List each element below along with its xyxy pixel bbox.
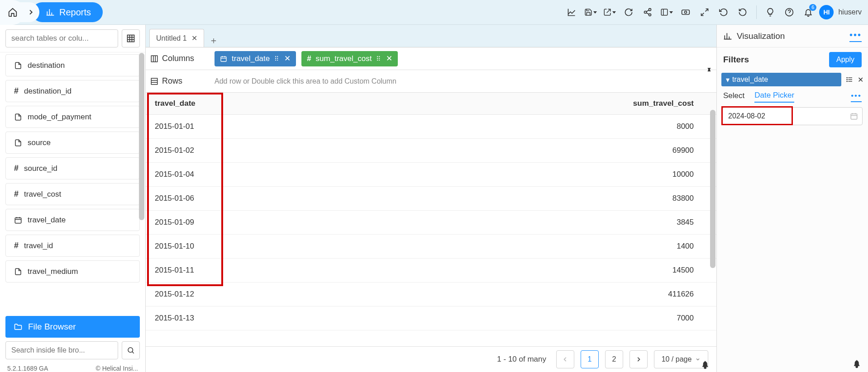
cell-value: 83800 — [374, 187, 716, 211]
column-pill-sum-travel-cost[interactable]: # sum_travel_cost ⠿ ✕ — [301, 51, 398, 66]
rows-shelf[interactable]: Rows Add row or Double click this area t… — [146, 70, 716, 93]
field-item[interactable]: mode_of_payment — [5, 106, 140, 128]
columns-icon — [150, 55, 158, 63]
svg-rect-13 — [128, 35, 134, 42]
cell-value: 7000 — [374, 306, 716, 330]
chevron-right-icon — [635, 356, 642, 363]
hint-button[interactable] — [762, 4, 778, 20]
field-label: travel_id — [24, 241, 53, 250]
filter-tab-date-picker[interactable]: Date Picker — [754, 91, 794, 103]
list-icon[interactable] — [846, 76, 853, 83]
field-item[interactable]: destination — [5, 54, 140, 76]
table-row[interactable]: 2015-01-137000 — [146, 306, 716, 330]
add-tab-button[interactable]: ＋ — [207, 33, 220, 47]
table-row[interactable]: 2015-01-018000 — [146, 115, 716, 139]
file-search-button[interactable] — [122, 341, 140, 359]
field-item[interactable]: travel_date — [5, 209, 140, 231]
table-scrollbar[interactable] — [710, 110, 715, 345]
field-label: source — [28, 138, 51, 147]
hash-icon: # — [14, 86, 19, 96]
table-row[interactable]: 2015-01-101400 — [146, 235, 716, 259]
drag-handle-icon[interactable]: ⠿ — [376, 55, 380, 62]
field-item[interactable]: #travel_cost — [5, 183, 140, 205]
close-icon[interactable]: ✕ — [858, 75, 863, 84]
refresh-icon — [624, 8, 633, 17]
svg-point-22 — [128, 348, 133, 353]
search-input[interactable] — [5, 29, 118, 47]
left-scrollbar[interactable] — [139, 53, 144, 345]
table-row[interactable]: 2015-01-0683800 — [146, 187, 716, 211]
preview-button[interactable] — [677, 4, 694, 20]
chart-button[interactable] — [563, 4, 580, 20]
table-toggle-button[interactable] — [122, 29, 140, 47]
fullscreen-button[interactable] — [696, 4, 713, 20]
col-header-travel-date[interactable]: travel_date — [146, 93, 374, 115]
table-row[interactable]: 2015-01-0269900 — [146, 139, 716, 163]
cell-value: 10000 — [374, 163, 716, 187]
fields-panel: destination#destination_idmode_of_paymen… — [0, 25, 146, 372]
close-icon[interactable]: ✕ — [191, 34, 197, 42]
drag-handle-icon[interactable]: ⠿ — [274, 55, 278, 62]
filter-tabs-more[interactable]: ••• — [851, 91, 862, 102]
notif-badge: 6 — [809, 4, 816, 11]
page-2-button[interactable]: 2 — [605, 350, 623, 368]
svg-line-23 — [132, 352, 134, 353]
cell-date: 2015-01-10 — [146, 235, 374, 259]
cell-value: 8000 — [374, 115, 716, 139]
help-icon — [785, 8, 794, 17]
table-row[interactable]: 2015-01-1114500 — [146, 259, 716, 283]
page-1-button[interactable]: 1 — [581, 350, 599, 368]
next-page-button[interactable] — [630, 350, 648, 368]
field-item[interactable]: travel_medium — [5, 260, 140, 283]
home-button[interactable] — [0, 0, 25, 25]
chevron-up-icon[interactable]: ▲ — [706, 66, 712, 73]
calendar-icon[interactable] — [850, 112, 858, 120]
prev-page-button[interactable] — [556, 350, 574, 368]
cell-date: 2015-01-06 — [146, 187, 374, 211]
file-browser-button[interactable]: File Browser — [5, 316, 140, 338]
field-label: mode_of_payment — [28, 113, 91, 122]
assistant-icon[interactable] — [701, 360, 711, 370]
filters-label: Filters — [723, 55, 749, 65]
reload-button[interactable] — [734, 4, 751, 20]
viz-more-button[interactable]: ••• — [849, 30, 862, 42]
field-item[interactable]: #source_id — [5, 157, 140, 179]
close-icon[interactable]: ✕ — [284, 54, 291, 63]
refresh-button[interactable] — [620, 4, 637, 20]
page-size-select[interactable]: 10 / page — [654, 350, 708, 368]
table-row[interactable]: 2015-01-0410000 — [146, 163, 716, 187]
apply-button[interactable]: Apply — [829, 52, 862, 67]
reset-button[interactable] — [715, 4, 732, 20]
close-icon[interactable]: ✕ — [386, 54, 392, 63]
grid-icon — [126, 34, 135, 43]
reports-pill[interactable]: Reports — [32, 2, 103, 22]
cell-date: 2015-01-13 — [146, 306, 374, 330]
save-button[interactable] — [582, 4, 599, 20]
field-item[interactable]: source — [5, 132, 140, 154]
svg-point-39 — [847, 81, 847, 81]
filter-chip-travel-date[interactable]: ▾ travel_date — [721, 73, 841, 86]
filter-tab-select[interactable]: Select — [723, 91, 744, 102]
columns-shelf[interactable]: Columns travel_date ⠿ ✕ # sum_travel_cos… — [146, 47, 716, 70]
help-button[interactable] — [781, 4, 797, 20]
avatar[interactable]: HI — [819, 5, 834, 19]
file-search-input[interactable] — [5, 341, 118, 359]
column-pill-travel-date[interactable]: travel_date ⠿ ✕ — [215, 51, 296, 66]
notifications-button[interactable]: 6 — [800, 4, 816, 20]
field-item[interactable]: #destination_id — [5, 80, 140, 102]
assistant-icon[interactable] — [717, 357, 868, 372]
date-input[interactable] — [722, 107, 863, 125]
layout-button[interactable] — [658, 4, 675, 20]
cell-date: 2015-01-02 — [146, 139, 374, 163]
cell-value: 1400 — [374, 235, 716, 259]
col-header-sum-travel-cost[interactable]: sum_travel_cost — [374, 93, 716, 115]
table-row[interactable]: 2015-01-093845 — [146, 211, 716, 235]
rows-icon — [150, 77, 158, 85]
hash-icon: # — [14, 164, 19, 173]
share-button[interactable] — [639, 4, 656, 20]
svg-rect-24 — [151, 56, 157, 62]
field-item[interactable]: #travel_id — [5, 235, 140, 257]
table-row[interactable]: 2015-01-12411626 — [146, 283, 716, 306]
tab-untitled-1[interactable]: Untitled 1 ✕ — [149, 29, 204, 47]
export-button[interactable] — [601, 4, 618, 20]
